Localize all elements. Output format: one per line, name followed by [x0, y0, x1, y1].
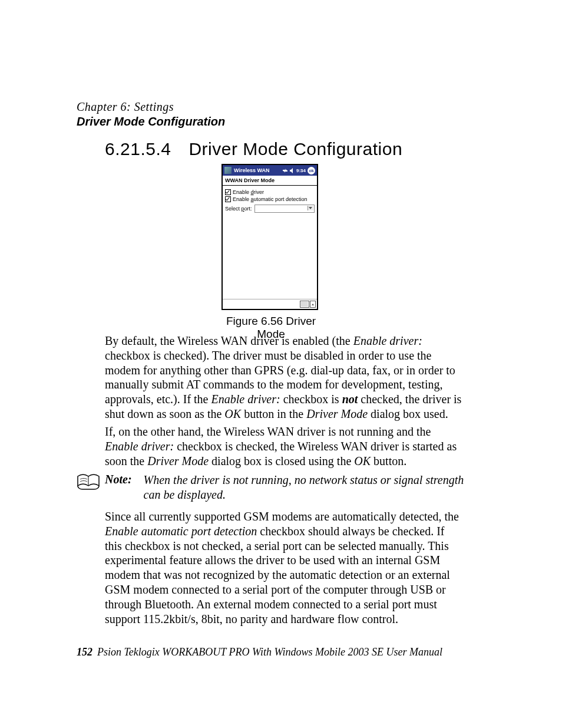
sip-up-icon[interactable]: [310, 301, 316, 308]
note-label: Note:: [105, 473, 132, 502]
paragraph-3: Since all currently supported GSM modems…: [105, 509, 464, 626]
page: Chapter 6: Settings Driver Mode Configur…: [0, 0, 562, 728]
keyboard-icon[interactable]: [300, 301, 309, 308]
window-title: Wireless WAN: [234, 167, 282, 173]
chevron-down-icon: [309, 207, 312, 209]
start-icon: [224, 167, 232, 174]
dialog-body: Enable driver Enable automatic port dete…: [223, 186, 317, 213]
select-port-dropdown[interactable]: [254, 205, 315, 213]
enable-auto-port-row[interactable]: Enable automatic port detection: [225, 196, 315, 202]
section-heading: 6.21.5.4Driver Mode Configuration: [105, 139, 402, 159]
enable-auto-port-label: Enable automatic port detection: [233, 196, 308, 202]
page-number: 152: [77, 646, 92, 658]
checkbox-icon[interactable]: [225, 196, 231, 202]
enable-driver-row[interactable]: Enable driver: [225, 189, 315, 195]
running-header: Chapter 6: Settings Driver Mode Configur…: [77, 100, 225, 129]
book-icon: [77, 474, 101, 502]
select-port-label: Select port:: [225, 206, 252, 212]
connectivity-icon: [282, 168, 288, 173]
chapter-line: Chapter 6: Settings: [77, 100, 225, 114]
dialog-subtitle: WWAN Driver Mode: [223, 176, 317, 186]
note-block: Note: When the driver is not running, no…: [77, 473, 464, 502]
sip-bar: [223, 299, 317, 309]
heading-title: Driver Mode Configuration: [189, 139, 402, 159]
page-footer: 152Psion Teklogix WORKABOUT PRO With Win…: [77, 646, 442, 658]
heading-number: 6.21.5.4: [105, 139, 171, 159]
footer-text: Psion Teklogix WORKABOUT PRO With Window…: [97, 646, 442, 658]
system-tray: 9:34 ok: [282, 167, 315, 174]
paragraph-1: By default, the Wireless WAN driver is e…: [105, 334, 464, 421]
select-port-row: Select port:: [225, 205, 315, 213]
figure-screenshot: Wireless WAN 9:34 ok WWAN Driver Mode En…: [222, 164, 318, 310]
section-line: Driver Mode Configuration: [77, 115, 225, 129]
clock: 9:34: [296, 168, 306, 173]
note-text: When the driver is not running, no netwo…: [144, 473, 464, 502]
paragraph-2: If, on the other hand, the Wireless WAN …: [105, 424, 464, 468]
speaker-icon: [290, 168, 295, 173]
titlebar: Wireless WAN 9:34 ok: [223, 165, 317, 176]
enable-driver-label: Enable driver: [233, 189, 264, 195]
checkbox-icon[interactable]: [225, 189, 231, 195]
ok-button[interactable]: ok: [308, 167, 315, 174]
